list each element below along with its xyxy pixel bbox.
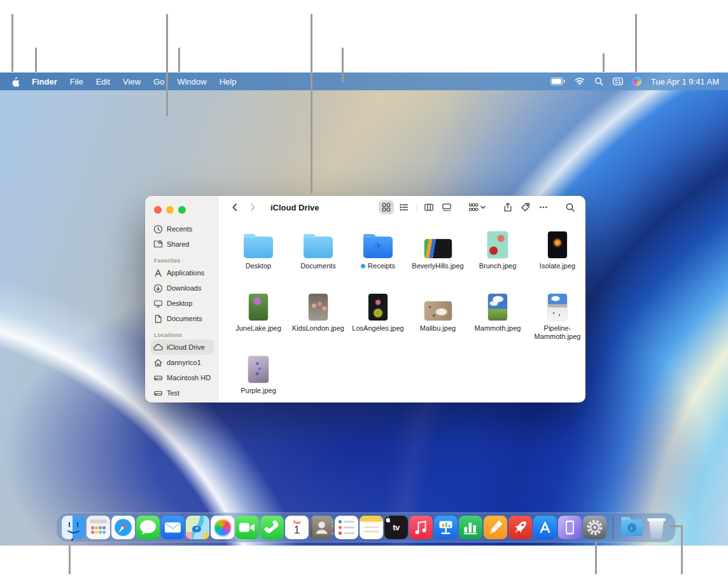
spotlight-search-icon[interactable] (594, 77, 603, 86)
dock-system-settings[interactable] (583, 516, 606, 539)
file-label: JuneLake.jpeg (235, 324, 281, 333)
menu-window[interactable]: Window (171, 77, 213, 86)
dock-trash[interactable] (645, 516, 668, 539)
image-thumbnail (249, 294, 268, 320)
file-isolate[interactable]: Isolate.jpeg (528, 226, 585, 289)
downloads-folder-icon: ↓ (621, 520, 643, 536)
image-thumbnail (309, 294, 328, 320)
sidebar-item-recents[interactable]: Recents (151, 221, 214, 237)
dock-safari[interactable] (111, 516, 135, 539)
control-center-icon[interactable] (613, 78, 623, 85)
dock-rocket[interactable] (508, 516, 532, 539)
share-icon (503, 202, 513, 212)
dock-tv[interactable]: tv (384, 516, 408, 539)
menu-bar-clock[interactable]: Tue Apr 1 9:41 AM (651, 77, 719, 86)
dock-music[interactable] (409, 516, 433, 539)
file-junelake[interactable]: JuneLake.jpeg (228, 289, 288, 351)
launchpad-grid-icon (87, 516, 110, 539)
battery-icon[interactable] (550, 78, 565, 85)
group-by-button[interactable] (466, 200, 489, 214)
menu-view[interactable]: View (116, 77, 147, 86)
menu-file[interactable]: File (64, 77, 90, 86)
menu-finder[interactable]: Finder (25, 77, 64, 86)
sidebar-item-test[interactable]: Test (151, 385, 214, 401)
callout-line-menu-bar (166, 14, 168, 116)
chevron-right-icon (248, 202, 257, 212)
sidebar-item-applications[interactable]: Applications (151, 265, 214, 280)
dock-downloads-folder[interactable]: ↓ (620, 516, 643, 539)
forward-button[interactable] (245, 200, 260, 214)
callout-line-app-menu (35, 48, 37, 72)
sidebar-item-desktop[interactable]: Desktop (151, 296, 214, 311)
file-desktop-folder[interactable]: Desktop (228, 226, 288, 289)
back-button[interactable] (227, 200, 242, 214)
dock-reminders[interactable] (335, 516, 358, 539)
dock-contacts[interactable] (310, 516, 333, 539)
menu-edit[interactable]: Edit (90, 77, 116, 86)
share-button[interactable] (500, 200, 515, 214)
dock-keynote[interactable] (434, 516, 458, 539)
sidebar-item-documents[interactable]: Documents (151, 311, 214, 326)
file-brunch[interactable]: Brunch.jpeg (468, 226, 528, 289)
file-label: KidsLondon.jpeg (292, 324, 344, 333)
apple-logo-icon (384, 516, 390, 523)
dock-facetime[interactable] (235, 516, 259, 539)
minimize-button[interactable] (166, 206, 174, 214)
dock-finder[interactable] (62, 516, 85, 539)
dock-pages[interactable] (484, 516, 507, 539)
pen-icon (484, 516, 507, 539)
file-beverlyhills[interactable]: BeverlyHills.jpeg (408, 226, 468, 289)
download-arrow-icon: ↓ (627, 523, 636, 532)
sidebar-item-home[interactable]: dannyrico1 (151, 355, 214, 370)
dock-numbers[interactable] (459, 516, 482, 539)
search-icon (565, 202, 575, 212)
applications-icon (153, 268, 163, 278)
sidebar-item-icloud-drive[interactable]: iCloud Drive (151, 340, 214, 355)
dock-phone[interactable] (260, 516, 284, 539)
list-view-button[interactable] (396, 200, 412, 214)
tags-button[interactable] (518, 200, 533, 214)
file-malibu[interactable]: Malibu.jpeg (408, 289, 468, 351)
file-kidslondon[interactable]: KidsLondon.jpeg (288, 289, 348, 351)
dock-maps[interactable] (186, 516, 209, 539)
dock-calendar[interactable]: Tue 1 (285, 516, 309, 539)
dock-messages[interactable] (136, 516, 160, 539)
wifi-icon[interactable] (575, 78, 585, 85)
music-note-icon (409, 516, 433, 539)
sidebar-item-macintosh-hd[interactable]: Macintosh HD (151, 370, 214, 385)
close-button[interactable] (154, 206, 162, 214)
file-pipeline-mammoth[interactable]: Pipeline-Mammoth.jpeg (528, 289, 585, 351)
menu-help[interactable]: Help (213, 77, 243, 86)
sidebar-item-downloads[interactable]: Downloads (151, 280, 214, 296)
file-mammoth[interactable]: Mammoth.jpeg (468, 289, 528, 351)
dock-app-store[interactable] (533, 516, 557, 539)
document-icon (153, 314, 163, 324)
finder-running-indicator (71, 539, 73, 540)
image-thumbnail (548, 294, 567, 320)
more-actions-button[interactable] (536, 200, 551, 214)
file-documents-folder[interactable]: Documents (288, 226, 348, 289)
dock-mail[interactable] (161, 516, 185, 539)
gallery-view-icon (442, 202, 452, 212)
icon-view-button[interactable] (379, 200, 394, 214)
dock-notes[interactable] (360, 516, 383, 539)
gallery-view-button[interactable] (439, 200, 454, 214)
apple-menu[interactable] (10, 76, 19, 87)
image-thumbnail (424, 239, 452, 258)
file-receipts-folder[interactable]: Receipts (348, 226, 408, 289)
sidebar-item-shared[interactable]: Shared (151, 237, 214, 252)
siri-icon[interactable] (633, 77, 641, 86)
file-losangeles[interactable]: LosAngeles.jpeg (348, 289, 408, 351)
window-title: iCloud Drive (270, 203, 319, 212)
callout-line-control-center (635, 14, 637, 72)
dock-iphone-mirroring[interactable] (558, 516, 582, 539)
search-button[interactable] (563, 200, 578, 214)
zoom-button[interactable] (178, 206, 186, 214)
dock-photos[interactable] (211, 516, 234, 539)
sidebar-section-favorites: Favorites (154, 258, 214, 264)
window-controls (154, 206, 186, 214)
sidebar-label: Applications (167, 269, 204, 277)
file-purple[interactable]: Purple.jpeg (228, 351, 288, 403)
dock-launchpad[interactable] (87, 516, 110, 539)
column-view-button[interactable] (421, 200, 437, 214)
